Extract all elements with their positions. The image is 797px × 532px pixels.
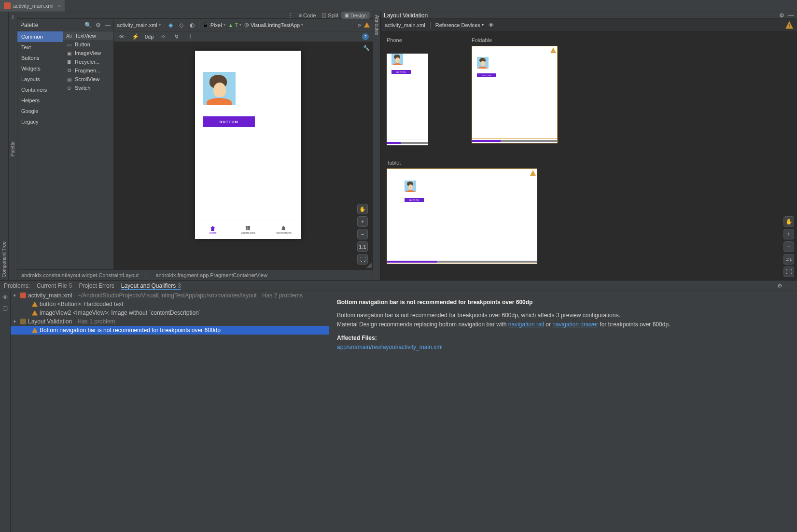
- app-dropdown[interactable]: ◎ VisualLintingTestApp▾: [244, 22, 303, 28]
- palette-cat-common[interactable]: Common: [17, 31, 63, 42]
- resize-handle-icon[interactable]: ◢: [366, 261, 372, 268]
- help-icon[interactable]: ?: [362, 33, 369, 40]
- preview-foldable[interactable]: BUTTON: [472, 46, 558, 143]
- problems-panel: Problems: Current File 5 Project Errors …: [0, 280, 797, 532]
- palette-gear-icon[interactable]: ⚙: [96, 22, 101, 28]
- mini-button: BUTTON: [477, 73, 496, 77]
- palette-cat-text[interactable]: Text: [17, 42, 63, 53]
- breadcrumb-separator-icon: [142, 271, 152, 279]
- wrench-icon[interactable]: 🔧: [363, 45, 370, 51]
- palette-cat-legacy[interactable]: Legacy: [17, 116, 63, 127]
- tab-current-file[interactable]: Current File 5: [37, 281, 72, 290]
- surface-icon[interactable]: ◆: [167, 21, 175, 29]
- vzoom-pan-button[interactable]: ✋: [783, 216, 794, 227]
- tab-project-errors[interactable]: Project Errors: [79, 281, 114, 290]
- palette-collapse-icon[interactable]: —: [105, 22, 111, 28]
- theme-dropdown[interactable]: ▲ T▾: [228, 22, 242, 28]
- tree-warning-hardcoded[interactable]: button <Button>: Hardcoded text: [11, 300, 329, 308]
- problems-collapse-icon[interactable]: —: [787, 282, 793, 289]
- reference-devices-dropdown[interactable]: Reference Devices▾: [435, 22, 484, 28]
- link-navigation-drawer[interactable]: navigation drawer: [552, 321, 598, 328]
- phone-preview[interactable]: BUTTON Home Dashboard Notifications: [195, 51, 301, 239]
- link-navigation-rail[interactable]: navigation rail: [508, 321, 544, 328]
- palette-search-icon[interactable]: 🔍: [84, 22, 92, 28]
- palette-panel: Common Text Buttons Widgets Layouts Cont…: [17, 31, 114, 269]
- validation-body[interactable]: Phone BUTTON Foldable BUTTON: [381, 31, 797, 280]
- widget-button[interactable]: ▭Button: [63, 40, 113, 49]
- palette-strip[interactable]: ⫴ Palette: [9, 12, 17, 280]
- view-design-toggle[interactable]: ▣Design: [341, 12, 370, 19]
- tree-warning-contentdesc[interactable]: imageView2 <ImageView>: Image without `c…: [11, 308, 329, 317]
- palette-cat-helpers[interactable]: Helpers: [17, 95, 63, 106]
- widget-switch[interactable]: ⊙Switch: [63, 84, 113, 92]
- validation-gear-icon[interactable]: ⚙: [779, 12, 784, 19]
- editor-core: Common Text Buttons Widgets Layouts Cont…: [17, 31, 373, 269]
- tree-file-row[interactable]: ▾ activity_main.xml ~/AndroidStudioProje…: [11, 291, 329, 300]
- vzoom-fit-button[interactable]: 1:1: [783, 254, 794, 265]
- orientation-icon[interactable]: ◐: [188, 21, 196, 29]
- device-dropdown[interactable]: 📱 Pixel▾: [202, 22, 225, 28]
- palette-cat-containers[interactable]: Containers: [17, 84, 63, 95]
- xml-file-icon: [20, 293, 26, 298]
- palette-cat-layouts[interactable]: Layouts: [17, 74, 63, 84]
- zoom-fit-button[interactable]: 1:1: [357, 241, 368, 252]
- validation-visibility-icon[interactable]: 👁: [489, 22, 494, 28]
- preview-tablet[interactable]: BUTTON: [387, 168, 537, 264]
- view-split-toggle[interactable]: ◫Split: [319, 12, 341, 19]
- vzoom-in-button[interactable]: +: [783, 229, 794, 239]
- kebab-menu-icon[interactable]: ⋮: [284, 12, 296, 19]
- palette-cat-buttons[interactable]: Buttons: [17, 53, 63, 63]
- view-code-toggle[interactable]: ≡Code: [296, 12, 319, 19]
- dashboard-icon: [246, 226, 251, 231]
- palette-cat-widgets[interactable]: Widgets: [17, 63, 63, 74]
- problems-label: Problems:: [4, 281, 30, 290]
- editor-warning-icon[interactable]: [364, 22, 370, 28]
- autoconnect-icon[interactable]: ⚡: [131, 33, 139, 41]
- zoom-pan-button[interactable]: ✋: [357, 204, 368, 214]
- tree-warning-bottomnav[interactable]: Bottom navigation bar is not recommended…: [11, 326, 329, 335]
- eye-icon[interactable]: 👁: [2, 294, 8, 301]
- widget-recycler[interactable]: ≣Recycler...: [63, 57, 113, 66]
- breadcrumb-fragmentcontainer[interactable]: androidx.fragment.app.FragmentContainerV…: [155, 272, 267, 278]
- blueprint-icon[interactable]: ◇: [178, 21, 185, 29]
- tree-layout-validation-row[interactable]: ▾ Layout Validation Has 1 problem: [11, 317, 329, 326]
- scrollview-icon: ▤: [66, 76, 72, 82]
- visibility-icon[interactable]: [118, 33, 126, 41]
- align-icon[interactable]: Ⅰ: [186, 33, 194, 41]
- file-tab[interactable]: activity_main.xml ×: [0, 0, 65, 12]
- breadcrumb-constraintlayout[interactable]: androidx.constraintlayout.widget.Constra…: [21, 272, 139, 278]
- close-tab-icon[interactable]: ×: [58, 3, 61, 9]
- button-icon: ▭: [66, 42, 72, 47]
- layout-file-dropdown[interactable]: activity_main.xml▾: [117, 22, 161, 28]
- validation-collapse-icon[interactable]: —: [788, 12, 794, 19]
- validation-warning-icon[interactable]: !: [785, 21, 793, 29]
- warning-icon: [32, 310, 38, 316]
- mini-nav: [472, 138, 557, 143]
- magic-wand-icon[interactable]: ✧: [159, 33, 167, 41]
- widget-imageview[interactable]: ▣ImageView: [63, 49, 113, 57]
- infer-icon[interactable]: ↯: [173, 33, 181, 41]
- chevron-down-icon: ▾: [14, 293, 18, 298]
- zoom-in-button[interactable]: +: [357, 216, 368, 227]
- more-icon[interactable]: »: [358, 22, 361, 28]
- tab-layout-qualifiers[interactable]: Layout and Qualifiers 3: [121, 281, 181, 290]
- component-tree-strip[interactable]: Component Tree: [0, 12, 9, 280]
- affected-file-link[interactable]: app/src/main/res/layout/activity_main.xm…: [337, 343, 789, 352]
- vzoom-out-button[interactable]: −: [783, 241, 794, 252]
- widget-textview[interactable]: AbTextView: [63, 31, 113, 40]
- design-surface[interactable]: 🔧 BUTTON Home Dashboard Notifications ✋: [114, 42, 373, 269]
- vzoom-expand-button[interactable]: ⛶: [783, 266, 794, 277]
- widget-scrollview[interactable]: ▤ScrollView: [63, 75, 113, 84]
- palette-strip-icon: ⫴: [10, 14, 16, 20]
- nav-notifications: Notifications: [266, 221, 301, 239]
- zoom-out-button[interactable]: −: [357, 229, 368, 239]
- palette-header: Palette 🔍 ⚙ —: [17, 19, 114, 31]
- dp-input[interactable]: 0dp: [145, 34, 154, 40]
- box-icon[interactable]: ▢: [2, 305, 8, 311]
- preview-phone[interactable]: BUTTON: [387, 54, 428, 145]
- problems-gear-icon[interactable]: ⚙: [777, 282, 783, 289]
- widget-fragment[interactable]: ⧉Fragmen...: [63, 66, 113, 75]
- attributes-strip[interactable]: Attributes: [373, 12, 380, 280]
- palette-cat-google[interactable]: Google: [17, 106, 63, 116]
- design-icon: ▣: [344, 12, 349, 18]
